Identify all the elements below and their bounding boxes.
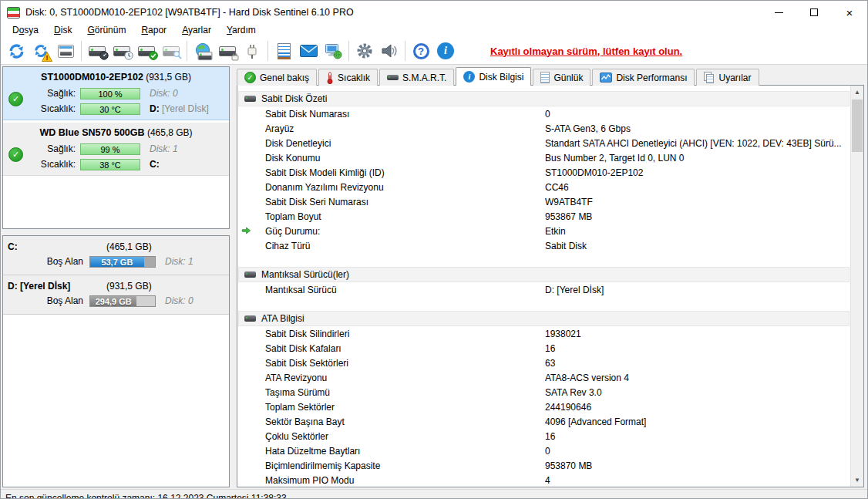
disk-icon [387, 75, 399, 80]
drive-letters: C: [150, 159, 160, 170]
info-row-label: Toplam Sektörler [265, 402, 545, 413]
tab-uyar-lar[interactable]: Uyarılar [696, 69, 759, 86]
toolbar-remote-network-button[interactable] [321, 39, 345, 62]
toolbar-info-button[interactable]: i [434, 39, 457, 62]
info-row: Hata Düzeltme Baytları0 [237, 443, 850, 458]
refresh-icon [8, 42, 25, 60]
info-row-label: Toplam Boyut [265, 211, 545, 222]
registration-notice-link[interactable]: Kayıtlı olmayan sürüm, lütfen kayıt olun… [490, 46, 682, 57]
info-row: Sabit Disk Seri NumarasıW9ATB4TF [237, 194, 850, 209]
menu-item-dosya[interactable]: Dosya [5, 24, 46, 38]
temp-label: Sıcaklık: [32, 159, 76, 170]
menu-item-görünüm[interactable]: Görünüm [79, 24, 133, 38]
free-space-bar: 53,7 GB [89, 256, 156, 268]
disk-check-icon [138, 46, 155, 56]
toolbar-report-button[interactable] [54, 39, 77, 62]
tab-disk-performans-[interactable]: Disk Performansı [592, 69, 695, 86]
info-row: Sabit Disk Kafaları16 [237, 341, 850, 356]
info-row-label: Güç Durumu: [265, 226, 545, 237]
info-row-label: Sabit Disk Kafaları [265, 343, 545, 354]
info-row-label: Hata Düzeltme Baytları [265, 446, 545, 457]
info-row: Disk KonumuBus Number 2, Target Id 0, LU… [237, 150, 850, 165]
toolbar-separator [81, 41, 82, 61]
info-row-value: 953870 MB [545, 460, 850, 471]
app-icon [7, 7, 20, 19]
disk-clock-icon [113, 46, 130, 56]
disk-panel-st1000[interactable]: ST1000DM010-2EP102 (931,5 GB) ✓ Sağlık: … [3, 67, 229, 120]
report-icon [58, 45, 74, 58]
info-row-value: CC46 [545, 182, 850, 193]
info-row-label: ATA Revizyonu [265, 373, 545, 383]
toolbar-disk-clock-button[interactable] [110, 39, 133, 62]
info-row-value: 0 [545, 446, 850, 457]
disk-panel-wdblue[interactable]: WD Blue SN570 500GB (465,8 GB) ✓ Sağlık:… [3, 123, 229, 176]
tab-disk-bilgisi[interactable]: iDisk Bilgisi [456, 67, 531, 86]
info-row-value: 16 [545, 431, 850, 442]
disk-number: Disk: 1 [150, 143, 178, 154]
info-row: Güç Durumu:Etkin [237, 224, 850, 238]
toolbar-refresh-button[interactable] [5, 39, 28, 62]
info-row-label: Sektör Başına Bayt [265, 416, 545, 427]
info-row-label: Sabit Disk Silindirleri [265, 329, 545, 339]
tab-genel-bak-[interactable]: ✓Genel bakış [237, 69, 317, 86]
tab-s-m-a-r-t-[interactable]: S.M.A.R.T. [379, 69, 454, 86]
info-row: Taşıma SürümüSATA Rev 3.0 [237, 385, 850, 400]
scrollbar-thumb[interactable] [852, 99, 863, 152]
info-row: Cihaz TürüSabit Disk [237, 238, 850, 253]
toolbar-network-disk-button[interactable] [191, 39, 214, 62]
close-button[interactable]: × [832, 1, 867, 24]
toolbar-help-button[interactable]: ? [409, 39, 432, 62]
scroll-up-icon[interactable]: ▲ [851, 86, 863, 99]
disk-info-content: Sabit Disk ÖzetiSabit Disk Numarası0Aray… [237, 86, 850, 487]
minimize-button[interactable] [761, 1, 796, 24]
info-row-label: Taşıma Sürümü [265, 387, 545, 398]
chart-icon [600, 72, 612, 83]
disk-list: ST1000DM010-2EP102 (931,5 GB) ✓ Sağlık: … [2, 66, 230, 229]
toolbar-sound-button[interactable] [378, 39, 401, 62]
partition-size: (931,5 GB) [106, 281, 152, 292]
refresh-alert-icon: ! [33, 43, 49, 59]
partition-disk-number: Disk: 1 [165, 256, 193, 267]
temp-label: Sıcaklık: [32, 103, 76, 114]
section-header: Sabit Disk Özeti [238, 91, 849, 106]
tab-s-cakl-k[interactable]: Sıcaklık [318, 69, 378, 86]
menu-item-rapor[interactable]: Rapor [133, 24, 174, 38]
info-row-value: 4 [545, 475, 850, 486]
toolbar-disk-gauge-button[interactable] [86, 39, 109, 62]
info-row: Sabit Disk Sektörleri63 [237, 356, 850, 370]
toolbar-usb-device-button[interactable] [241, 39, 264, 62]
scroll-down-icon[interactable]: ▼ [851, 474, 863, 487]
info-row-value: 953867 MB [545, 211, 850, 222]
toolbar-disk-check-button[interactable] [135, 39, 158, 62]
toolbar-notes-button[interactable] [272, 39, 295, 62]
usb-device-icon [246, 43, 258, 59]
status-text: En son güncelleme kontrolü zamanı: 16.12… [5, 493, 287, 499]
vertical-scrollbar[interactable]: ▲ ▼ [850, 86, 863, 487]
toolbar-disk-search-button[interactable] [160, 39, 183, 62]
info-row: Sabit Disk Modeli Kimliği (ID)ST1000DM01… [237, 165, 850, 180]
section-title: ATA Bilgisi [261, 313, 304, 324]
menu-item-ayarlar[interactable]: Ayarlar [174, 24, 219, 38]
menu-item-disk[interactable]: Disk [46, 24, 79, 38]
toolbar-settings-button[interactable] [353, 39, 376, 62]
partition-panel-c[interactable]: C: (465,1 GB) Boş Alan 53,7 GB Disk: 1 [3, 236, 229, 275]
section-header: Mantıksal Sürücü(ler) [238, 267, 849, 282]
info-row: Çoklu Sektörler16 [237, 429, 850, 443]
remote-network-icon [324, 43, 342, 59]
partition-name: D: [Yerel Dİsk] [8, 281, 106, 292]
tab-label: Uyarılar [718, 72, 751, 83]
drive-letters: D: [Yerel Dİsk] [150, 103, 209, 114]
info-row: Donanım Yazılımı RevizyonuCC46 [237, 180, 850, 194]
health-label: Sağlık: [32, 88, 76, 99]
partition-panel-d[interactable]: D: [Yerel Dİsk] (931,5 GB) Boş Alan 294,… [3, 275, 229, 315]
maximize-button[interactable] [796, 1, 832, 24]
section-title: Sabit Disk Özeti [261, 93, 327, 104]
menu-item-yardım[interactable]: Yardım [219, 24, 264, 38]
tab-label: Genel bakış [260, 72, 309, 83]
info-row-value: 0 [545, 109, 850, 120]
toolbar-refresh-alert-button[interactable]: ! [29, 39, 52, 62]
tab-g-nl-k[interactable]: Günlük [533, 69, 590, 86]
toolbar-disk-usb-button[interactable] [216, 39, 239, 62]
health-bar: 100 % [80, 88, 140, 99]
toolbar-mail-button[interactable] [297, 39, 320, 62]
